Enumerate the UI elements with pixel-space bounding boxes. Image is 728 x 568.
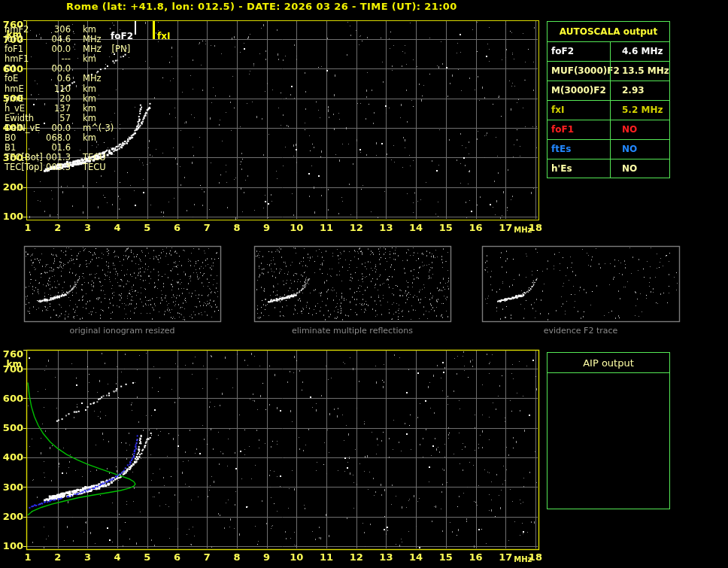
- parameter-unit: MHz[PN]: [71, 44, 130, 54]
- parameter-value: 137: [44, 104, 71, 114]
- panel-caption-f2-evidence: evidence F2 trace: [482, 326, 679, 336]
- parameter-label: hmE: [5, 84, 44, 94]
- parameter-value: 5.2 MHz: [610, 101, 669, 120]
- table-row: h'EsNO: [548, 159, 669, 178]
- aip-table-header: AIP output: [548, 353, 669, 373]
- parameter-label: M(3000)F2: [548, 81, 610, 100]
- parameter-label: h_vE: [5, 104, 44, 114]
- parameter-value: NO: [610, 140, 669, 159]
- parameter-label: Ewidth: [5, 114, 44, 123]
- parameter-label: h'Es: [548, 159, 610, 178]
- parameter-unit: km: [71, 84, 123, 94]
- table-row: Ewidth57km: [5, 114, 123, 123]
- parameter-value: 4.6 MHz: [610, 42, 669, 61]
- parameter-value: 2.93: [610, 81, 669, 100]
- parameter-value: NO: [610, 159, 669, 178]
- table-row: foE0.6MHz: [5, 74, 123, 84]
- table-row: ymE20km: [5, 94, 123, 104]
- table-row: TEC[Top]003.3TECU: [5, 163, 123, 172]
- parameter-value: 110: [44, 84, 71, 94]
- parameter-value: 57: [44, 114, 71, 123]
- aip-output-table: AIP output: [547, 352, 670, 509]
- table-row: MUF(3000)F213.5 MHz: [548, 61, 669, 80]
- parameter-value: NO: [610, 120, 669, 139]
- parameter-unit: km: [71, 104, 123, 114]
- autoscala-table-rows: foF24.6 MHzMUF(3000)F213.5 MHzM(3000)F22…: [548, 41, 669, 178]
- panel-caption-no-multiples: eliminate multiple reflections: [254, 326, 450, 336]
- parameter-label: ftEs: [548, 140, 610, 159]
- parameter-value: 0.6: [44, 74, 71, 84]
- parameter-value: 13.5 MHz: [610, 62, 669, 80]
- autoscala-output-table: AUTOSCALA output foF24.6 MHzMUF(3000)F21…: [547, 21, 670, 178]
- parameter-label: foE: [5, 74, 44, 84]
- parameter-label: foF1: [548, 120, 610, 139]
- parameter-unit: MHz: [71, 74, 123, 84]
- parameter-unit: km: [71, 94, 123, 104]
- table-row: foF1NO: [548, 120, 669, 139]
- parameter-unit: km: [71, 54, 123, 64]
- parameter-label: fxI: [548, 101, 610, 120]
- parameter-unit: km: [71, 133, 123, 143]
- table-row: h_vE137km: [5, 104, 123, 114]
- parameter-value: 003.3: [44, 163, 71, 172]
- table-row: fxI5.2 MHz: [548, 100, 669, 120]
- parameter-label: foF2: [548, 42, 610, 61]
- parameter-unit: m^(-3): [71, 123, 123, 133]
- page-title: Rome (lat: +41.8, lon: 012.5) - DATE: 20…: [66, 1, 457, 12]
- parameter-value: 20: [44, 94, 71, 104]
- autoscala-screen: Rome (lat: +41.8, lon: 012.5) - DATE: 20…: [0, 0, 728, 568]
- autoscala-table-header: AUTOSCALA output: [548, 22, 669, 41]
- table-row: hmE110km: [5, 84, 123, 94]
- parameter-label: TEC[Top]: [5, 163, 44, 172]
- parameter-label: ymE: [5, 94, 44, 104]
- parameter-unit: TECU: [71, 163, 123, 172]
- parameter-label: MUF(3000)F2: [548, 62, 610, 80]
- panel-caption-original: original ionogram resized: [24, 326, 220, 336]
- table-row: M(3000)F22.93: [548, 80, 669, 100]
- parameter-unit: km: [71, 114, 123, 123]
- aip-table-rows: hmF2306kmfoF204.6MHzfoF100.0MHz[PN]hmF1-…: [5, 25, 123, 172]
- table-row: foF24.6 MHz: [548, 41, 669, 61]
- table-row: ftEsNO: [548, 139, 669, 159]
